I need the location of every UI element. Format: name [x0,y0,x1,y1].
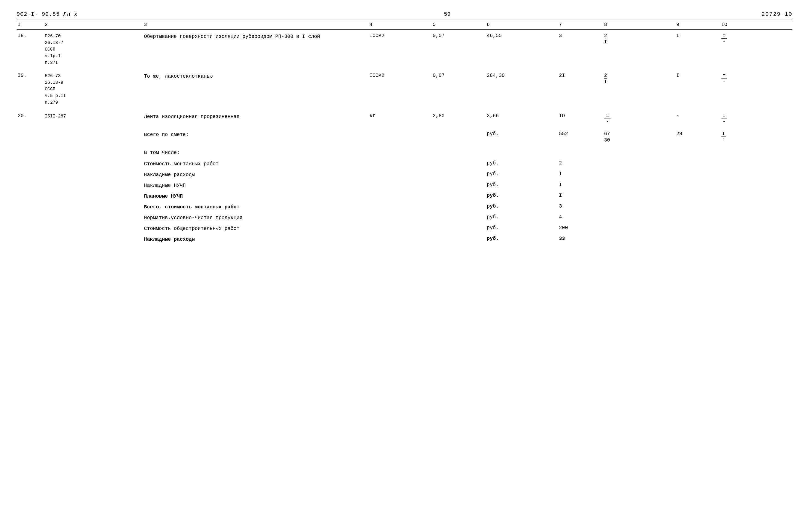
br6-c4 [368,212,432,223]
main-table: I 2 3 4 5 6 7 8 9 IO I8. Е26-7026.I3-7СС… [17,20,792,244]
row-col4-18: IOОм2 [368,29,432,67]
eq-over-19: = - [721,73,727,84]
table-header-row: I 2 3 4 5 6 7 8 9 IO [17,20,792,29]
br8-e1 [17,234,44,244]
br6-c7: 4 [558,212,603,223]
br8-c4 [368,234,432,244]
br6-label: Норматив.условно-чистая продукция [143,212,368,223]
row-col7-18: 3 [558,29,603,67]
row-col5-20: 2,80 [432,107,486,125]
br3-c5 [432,179,486,190]
col-header-3: 3 [143,20,368,29]
col-header-5: 5 [432,20,486,29]
summary-col6: руб. [486,125,558,144]
in-total-empty-2 [44,144,143,157]
row-num-18: I8. [17,29,44,67]
row-num-19: I9. [17,67,44,107]
br5-c7: 3 [558,201,603,212]
row-col8-18: 2 I [603,29,675,67]
br5-e1 [17,201,44,212]
row-col7-20: IO [558,107,603,125]
br6-e2 [44,212,143,223]
br1-c6: руб. [486,157,558,169]
br2-rest [603,169,792,179]
br5-e2 [44,201,143,212]
br7-c4 [368,223,432,234]
br1-rest [603,157,792,169]
eq-over-18: = - [721,33,727,44]
summary-label-total: Всего по смете: [143,125,368,144]
col-header-7: 7 [558,20,603,29]
br3-label: Накладные НУЧП [143,179,368,190]
br8-rest [603,234,792,244]
table-row: 20. I5II-287 Лента изоляционная прорезин… [17,107,792,125]
col-header-4: 4 [368,20,432,29]
br4-e1 [17,190,44,201]
br3-e2 [44,179,143,190]
summary-row-total: Всего по смете: руб. 552 67 30 29 I r [17,125,792,144]
br8-e2 [44,234,143,244]
row-col4-20: кг [368,107,432,125]
eq-over-20-10: = - [721,113,727,124]
in-total-empty-rest [368,144,792,157]
br2-e2 [44,169,143,179]
br1-c4 [368,157,432,169]
eq-over-20-8: = - [604,113,610,124]
row-col7-19: 2I [558,67,603,107]
row-col8-19: 2 I [603,67,675,107]
br8-c5 [432,234,486,244]
br7-rest [603,223,792,234]
in-total-label: В том числе: [143,144,368,157]
page-header: 902-I- 99.85 Лл х 59 20729-10 [17,11,792,17]
br4-c4 [368,190,432,201]
br4-c7: I [558,190,603,201]
br5-rest [603,201,792,212]
br7-label: Стоимость общестроительных работ [143,223,368,234]
doc-number-right: 20729-10 [761,11,792,17]
breakdown-row-2: Накладные расходы руб. I [17,169,792,179]
summary-col4 [368,125,432,144]
row-col9-19: I [675,67,720,107]
in-total-header-row: В том числе: [17,144,792,157]
fraction-total: 67 30 [604,131,610,143]
col-header-10: IO [720,20,792,29]
br4-rest [603,190,792,201]
row-num-20: 20. [17,107,44,125]
row-col6-19: 284,30 [486,67,558,107]
br8-c7: 33 [558,234,603,244]
row-desc-19: То же, лакостеклотканью [143,67,368,107]
breakdown-row-1: Стоимость монтажных работ руб. 2 [17,157,792,169]
fraction-19: 2 I [604,73,607,85]
br2-c6: руб. [486,169,558,179]
br4-c6: руб. [486,190,558,201]
br2-c4 [368,169,432,179]
row-col9-18: I [675,29,720,67]
br3-rest [603,179,792,190]
breakdown-row-8: Накладные расходы руб. 33 [17,234,792,244]
br6-c6: руб. [486,212,558,223]
row-col6-20: 3,66 [486,107,558,125]
br7-c7: 200 [558,223,603,234]
in-total-empty-1 [17,144,44,157]
breakdown-row-6: Норматив.условно-чистая продукция руб. 4 [17,212,792,223]
br2-e1 [17,169,44,179]
summary-col9: 29 [675,125,720,144]
br1-c7: 2 [558,157,603,169]
br3-c6: руб. [486,179,558,190]
col-header-1: I [17,20,44,29]
row-code-20: I5II-287 [44,107,143,125]
col-header-6: 6 [486,20,558,29]
row-col10-18: = - [720,29,792,67]
fraction-18: 2 I [604,33,607,45]
summary-col7: 552 [558,125,603,144]
summary-col5 [432,125,486,144]
br6-e1 [17,212,44,223]
br7-c5 [432,223,486,234]
br3-c7: I [558,179,603,190]
br1-c5 [432,157,486,169]
col-header-8: 8 [603,20,675,29]
breakdown-row-7: Стоимость общестроительных работ руб. 20… [17,223,792,234]
br3-c4 [368,179,432,190]
br7-e1 [17,223,44,234]
br3-e1 [17,179,44,190]
